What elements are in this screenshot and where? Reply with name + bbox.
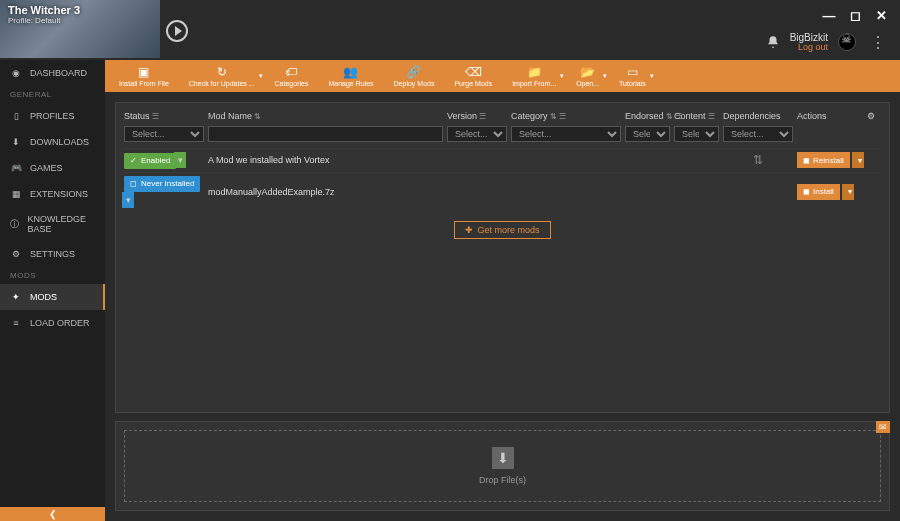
sidebar-item-settings[interactable]: ⚙SETTINGS: [0, 241, 105, 267]
list-icon[interactable]: ☰: [559, 112, 566, 121]
status-dropdown[interactable]: ▾: [174, 152, 186, 168]
sort-icon[interactable]: ⇅: [254, 112, 261, 121]
status-pill[interactable]: ✓Enabled: [124, 153, 176, 169]
tool-icon: 🔗: [406, 66, 421, 78]
play-icon[interactable]: [166, 20, 188, 42]
tool-open[interactable]: 📂Open...▾: [568, 62, 607, 90]
sidebar-header: GENERAL: [0, 86, 105, 103]
col-name-header[interactable]: Mod Name: [208, 111, 252, 121]
table-row[interactable]: ◻Never Installed▾modManuallyAddedExample…: [124, 172, 881, 211]
tool-icon: ▣: [138, 66, 149, 78]
gear-icon[interactable]: ⚙: [861, 111, 881, 121]
version-filter[interactable]: Select...: [447, 126, 507, 142]
sidebar-icon: 🎮: [10, 162, 22, 174]
logout-link[interactable]: Log out: [790, 43, 828, 53]
get-more-mods-button[interactable]: ✚ Get more mods: [454, 221, 550, 239]
sidebar-item-games[interactable]: 🎮GAMES: [0, 155, 105, 181]
collapse-sidebar-button[interactable]: ❮: [0, 507, 105, 521]
tool-manage-rules[interactable]: 👥Manage Rules: [320, 62, 381, 90]
dropzone-label: Drop File(s): [479, 475, 526, 485]
mods-table: Status☰ Mod Name⇅ Version☰ Category⇅☰ En…: [115, 102, 890, 413]
tool-icon: ↻: [217, 66, 227, 78]
action-install[interactable]: ◼Install: [797, 184, 840, 200]
action-reinstall[interactable]: ◼Reinstall: [797, 152, 850, 168]
sidebar-icon: ⚙: [10, 248, 22, 260]
chevron-down-icon: ▾: [259, 72, 263, 79]
sidebar-item-load-order[interactable]: ≡LOAD ORDER: [0, 310, 105, 336]
sidebar: ◉DASHBOARDGENERAL▯PROFILES⬇DOWNLOADS🎮GAM…: [0, 60, 105, 521]
table-row[interactable]: ✓Enabled▾A Mod we installed with Vortex⇅…: [124, 148, 881, 172]
sidebar-item-dashboard[interactable]: ◉DASHBOARD: [0, 60, 105, 86]
avatar[interactable]: [838, 33, 856, 51]
tool-purge-mods[interactable]: ⌫Purge Mods: [446, 62, 500, 90]
download-icon: ⬇: [492, 447, 514, 469]
sidebar-icon: ▯: [10, 110, 22, 122]
sidebar-header: MODS: [0, 267, 105, 284]
col-actions-header: Actions: [797, 111, 827, 121]
sort-icon[interactable]: ⇅: [666, 112, 673, 121]
game-title: The Witcher 3: [8, 4, 152, 16]
tool-icon: ⌫: [465, 66, 482, 78]
sort-icon[interactable]: ⇅: [550, 112, 557, 121]
toolbar: ▣Install From File↻Check for Updates ...…: [105, 60, 900, 92]
mod-name: A Mod we installed with Vortex: [208, 155, 443, 165]
minimize-button[interactable]: —: [822, 8, 836, 22]
col-version-header[interactable]: Version: [447, 111, 477, 121]
content-filter[interactable]: Selec: [674, 126, 719, 142]
list-icon[interactable]: ☰: [479, 112, 486, 121]
bell-icon[interactable]: [766, 35, 780, 49]
maximize-button[interactable]: ◻: [848, 8, 862, 22]
tool-import-from[interactable]: 📁Import From...▾: [504, 62, 564, 90]
game-banner[interactable]: The Witcher 3 Profile: Default: [0, 0, 160, 58]
sidebar-icon: ✦: [10, 291, 22, 303]
name-filter[interactable]: [208, 126, 443, 142]
sidebar-item-mods[interactable]: ✦MODS: [0, 284, 105, 310]
sidebar-icon: ⓘ: [10, 218, 20, 230]
dropzone-flag-icon[interactable]: ✉: [876, 421, 890, 433]
sidebar-item-knowledge-base[interactable]: ⓘKNOWLEDGE BASE: [0, 207, 105, 241]
status-icon: ◻: [130, 179, 137, 188]
tool-icon: 📁: [527, 66, 542, 78]
chevron-down-icon: ▾: [560, 72, 564, 79]
sidebar-item-downloads[interactable]: ⬇DOWNLOADS: [0, 129, 105, 155]
category-filter[interactable]: Select...: [511, 126, 621, 142]
tool-icon: 👥: [343, 66, 358, 78]
endorsed-filter[interactable]: Selec: [625, 126, 670, 142]
sidebar-item-profiles[interactable]: ▯PROFILES: [0, 103, 105, 129]
tool-tutorials[interactable]: ▭Tutorials▾: [611, 62, 654, 90]
action-icon: ◼: [803, 187, 810, 196]
puzzle-icon: ✚: [465, 225, 473, 235]
tool-icon: 📂: [580, 66, 595, 78]
tool-deploy-mods[interactable]: 🔗Deploy Mods: [386, 62, 443, 90]
tool-check-for-updates[interactable]: ↻Check for Updates ...▾: [181, 62, 263, 90]
tool-categories[interactable]: 🏷Categories: [267, 62, 317, 90]
col-endorsed-header[interactable]: Endorsed: [625, 111, 664, 121]
status-icon: ✓: [130, 156, 137, 165]
col-status-header[interactable]: Status: [124, 111, 150, 121]
action-icon: ◼: [803, 156, 810, 165]
status-dropdown[interactable]: ▾: [122, 192, 134, 208]
tool-install-from-file[interactable]: ▣Install From File: [111, 62, 177, 90]
deps-filter[interactable]: Select...: [723, 126, 793, 142]
dependency-icon[interactable]: ⇅: [723, 153, 793, 167]
chevron-down-icon: ▾: [650, 72, 654, 79]
sidebar-item-extensions[interactable]: ▦EXTENSIONS: [0, 181, 105, 207]
chevron-down-icon: ▾: [603, 72, 607, 79]
list-icon[interactable]: ☰: [675, 112, 682, 121]
file-dropzone[interactable]: ⬇ Drop File(s): [124, 430, 881, 502]
list-icon[interactable]: ☰: [708, 112, 715, 121]
action-dropdown[interactable]: ▾: [842, 184, 854, 200]
close-button[interactable]: ✕: [874, 8, 888, 22]
status-filter[interactable]: Select...: [124, 126, 204, 142]
action-dropdown[interactable]: ▾: [852, 152, 864, 168]
sidebar-icon: ≡: [10, 317, 22, 329]
sidebar-icon: ⬇: [10, 136, 22, 148]
col-deps-header[interactable]: Dependencies: [723, 111, 781, 121]
tool-icon: ▭: [627, 66, 638, 78]
more-menu-icon[interactable]: ⋮: [866, 33, 890, 52]
list-icon[interactable]: ☰: [152, 112, 159, 121]
tool-icon: 🏷: [285, 66, 297, 78]
sidebar-icon: ▦: [10, 188, 22, 200]
status-pill[interactable]: ◻Never Installed: [124, 176, 200, 192]
col-category-header[interactable]: Category: [511, 111, 548, 121]
